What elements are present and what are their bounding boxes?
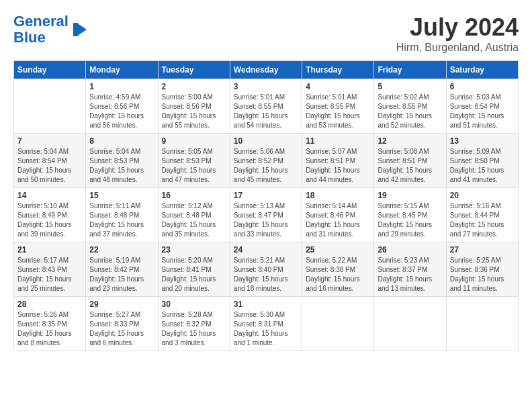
month-year: July 2024: [396, 13, 519, 42]
day-number: 7: [17, 136, 82, 146]
day-number: 17: [234, 191, 298, 200]
weekday-header-thursday: Thursday: [302, 61, 374, 79]
calendar-cell: 3Sunrise: 5:01 AM Sunset: 8:55 PM Daylig…: [230, 79, 302, 134]
day-number: 18: [306, 191, 370, 200]
day-info: Sunrise: 5:04 AM Sunset: 8:53 PM Dayligh…: [89, 147, 154, 185]
day-info: Sunrise: 5:05 AM Sunset: 8:53 PM Dayligh…: [162, 147, 226, 185]
day-number: 27: [450, 245, 515, 255]
day-info: Sunrise: 5:11 AM Sunset: 8:48 PM Dayligh…: [89, 201, 154, 239]
day-number: 11: [306, 136, 370, 146]
calendar-cell: 4Sunrise: 5:01 AM Sunset: 8:55 PM Daylig…: [302, 79, 374, 134]
day-info: Sunrise: 5:20 AM Sunset: 8:41 PM Dayligh…: [162, 256, 226, 293]
day-number: 23: [162, 245, 226, 255]
day-number: 13: [450, 136, 515, 146]
day-number: 26: [378, 245, 442, 255]
calendar-table: SundayMondayTuesdayWednesdayThursdayFrid…: [13, 60, 519, 351]
calendar-cell: 13Sunrise: 5:09 AM Sunset: 8:50 PM Dayli…: [446, 134, 518, 188]
day-info: Sunrise: 5:12 AM Sunset: 8:48 PM Dayligh…: [162, 201, 226, 239]
location: Hirm, Burgenland, Austria: [396, 42, 519, 54]
calendar-cell: 22Sunrise: 5:19 AM Sunset: 8:42 PM Dayli…: [86, 242, 158, 297]
day-number: 19: [378, 191, 442, 200]
day-info: Sunrise: 5:22 AM Sunset: 8:38 PM Dayligh…: [306, 256, 370, 293]
logo-icon: [70, 19, 90, 40]
day-number: 21: [17, 245, 82, 255]
week-row-1: 1Sunrise: 4:59 AM Sunset: 8:56 PM Daylig…: [14, 79, 519, 134]
calendar-cell: 20Sunrise: 5:16 AM Sunset: 8:44 PM Dayli…: [446, 188, 518, 242]
calendar-cell: 14Sunrise: 5:10 AM Sunset: 8:49 PM Dayli…: [14, 188, 86, 242]
weekday-header-row: SundayMondayTuesdayWednesdayThursdayFrid…: [14, 61, 519, 79]
day-info: Sunrise: 5:03 AM Sunset: 8:54 PM Dayligh…: [450, 93, 515, 130]
day-info: Sunrise: 5:13 AM Sunset: 8:47 PM Dayligh…: [234, 201, 298, 239]
svg-rect-1: [73, 23, 78, 36]
calendar-cell: 7Sunrise: 5:04 AM Sunset: 8:54 PM Daylig…: [14, 134, 86, 188]
day-number: 30: [162, 300, 226, 309]
day-number: 8: [89, 136, 154, 146]
calendar-cell: 11Sunrise: 5:07 AM Sunset: 8:51 PM Dayli…: [302, 134, 374, 188]
week-row-3: 14Sunrise: 5:10 AM Sunset: 8:49 PM Dayli…: [14, 188, 519, 242]
calendar-cell: 1Sunrise: 4:59 AM Sunset: 8:56 PM Daylig…: [86, 79, 158, 134]
week-row-2: 7Sunrise: 5:04 AM Sunset: 8:54 PM Daylig…: [14, 134, 519, 188]
calendar-cell: 21Sunrise: 5:17 AM Sunset: 8:43 PM Dayli…: [14, 242, 86, 297]
day-number: 25: [306, 245, 370, 255]
day-number: 24: [234, 245, 298, 255]
calendar-cell: 29Sunrise: 5:27 AM Sunset: 8:33 PM Dayli…: [86, 297, 158, 351]
title-area: July 2024 Hirm, Burgenland, Austria: [396, 13, 519, 54]
calendar-cell: 18Sunrise: 5:14 AM Sunset: 8:46 PM Dayli…: [302, 188, 374, 242]
page-header: GeneralBlue July 2024 Hirm, Burgenland, …: [13, 13, 519, 54]
calendar-cell: 6Sunrise: 5:03 AM Sunset: 8:54 PM Daylig…: [446, 79, 518, 134]
calendar-cell: 27Sunrise: 5:25 AM Sunset: 8:36 PM Dayli…: [446, 242, 518, 297]
day-info: Sunrise: 5:04 AM Sunset: 8:54 PM Dayligh…: [17, 147, 82, 185]
calendar-cell: 30Sunrise: 5:28 AM Sunset: 8:32 PM Dayli…: [158, 297, 230, 351]
day-number: 12: [378, 136, 442, 146]
calendar-cell: 26Sunrise: 5:23 AM Sunset: 8:37 PM Dayli…: [374, 242, 446, 297]
day-info: Sunrise: 5:02 AM Sunset: 8:55 PM Dayligh…: [378, 93, 442, 130]
day-info: Sunrise: 5:19 AM Sunset: 8:42 PM Dayligh…: [89, 256, 154, 293]
calendar-cell: 31Sunrise: 5:30 AM Sunset: 8:31 PM Dayli…: [230, 297, 302, 351]
weekday-header-wednesday: Wednesday: [230, 61, 302, 79]
day-number: 31: [234, 300, 298, 309]
day-number: 28: [17, 300, 82, 309]
day-info: Sunrise: 5:28 AM Sunset: 8:32 PM Dayligh…: [162, 310, 226, 348]
calendar-cell: [14, 79, 86, 134]
week-row-5: 28Sunrise: 5:26 AM Sunset: 8:35 PM Dayli…: [14, 297, 519, 351]
day-number: 29: [89, 300, 154, 309]
calendar-cell: 19Sunrise: 5:15 AM Sunset: 8:45 PM Dayli…: [374, 188, 446, 242]
calendar-cell: 23Sunrise: 5:20 AM Sunset: 8:41 PM Dayli…: [158, 242, 230, 297]
calendar-cell: [446, 297, 518, 351]
calendar-cell: 24Sunrise: 5:21 AM Sunset: 8:40 PM Dayli…: [230, 242, 302, 297]
day-number: 5: [378, 82, 442, 91]
calendar-cell: 15Sunrise: 5:11 AM Sunset: 8:48 PM Dayli…: [86, 188, 158, 242]
day-info: Sunrise: 5:26 AM Sunset: 8:35 PM Dayligh…: [17, 310, 82, 348]
day-number: 4: [306, 82, 370, 91]
calendar-cell: 5Sunrise: 5:02 AM Sunset: 8:55 PM Daylig…: [374, 79, 446, 134]
day-number: 15: [89, 191, 154, 200]
day-info: Sunrise: 5:01 AM Sunset: 8:55 PM Dayligh…: [306, 93, 370, 130]
calendar-cell: 12Sunrise: 5:08 AM Sunset: 8:51 PM Dayli…: [374, 134, 446, 188]
weekday-header-saturday: Saturday: [446, 61, 518, 79]
day-info: Sunrise: 5:08 AM Sunset: 8:51 PM Dayligh…: [378, 147, 442, 185]
day-info: Sunrise: 5:25 AM Sunset: 8:36 PM Dayligh…: [450, 256, 515, 293]
logo: GeneralBlue: [13, 13, 90, 46]
day-info: Sunrise: 5:17 AM Sunset: 8:43 PM Dayligh…: [17, 256, 82, 293]
week-row-4: 21Sunrise: 5:17 AM Sunset: 8:43 PM Dayli…: [14, 242, 519, 297]
day-number: 2: [162, 82, 226, 91]
calendar-cell: 9Sunrise: 5:05 AM Sunset: 8:53 PM Daylig…: [158, 134, 230, 188]
calendar-cell: 25Sunrise: 5:22 AM Sunset: 8:38 PM Dayli…: [302, 242, 374, 297]
day-info: Sunrise: 5:00 AM Sunset: 8:56 PM Dayligh…: [162, 93, 226, 130]
weekday-header-monday: Monday: [86, 61, 158, 79]
weekday-header-tuesday: Tuesday: [158, 61, 230, 79]
day-number: 14: [17, 191, 82, 200]
day-info: Sunrise: 5:14 AM Sunset: 8:46 PM Dayligh…: [306, 201, 370, 239]
day-number: 1: [89, 82, 154, 91]
day-number: 16: [162, 191, 226, 200]
day-info: Sunrise: 5:16 AM Sunset: 8:44 PM Dayligh…: [450, 201, 515, 239]
calendar-cell: 8Sunrise: 5:04 AM Sunset: 8:53 PM Daylig…: [86, 134, 158, 188]
day-info: Sunrise: 5:21 AM Sunset: 8:40 PM Dayligh…: [234, 256, 298, 293]
day-number: 6: [450, 82, 515, 91]
svg-marker-0: [77, 23, 87, 36]
day-info: Sunrise: 5:27 AM Sunset: 8:33 PM Dayligh…: [89, 310, 154, 348]
day-number: 10: [234, 136, 298, 146]
day-info: Sunrise: 5:06 AM Sunset: 8:52 PM Dayligh…: [234, 147, 298, 185]
day-info: Sunrise: 5:10 AM Sunset: 8:49 PM Dayligh…: [17, 201, 82, 239]
day-info: Sunrise: 5:07 AM Sunset: 8:51 PM Dayligh…: [306, 147, 370, 185]
